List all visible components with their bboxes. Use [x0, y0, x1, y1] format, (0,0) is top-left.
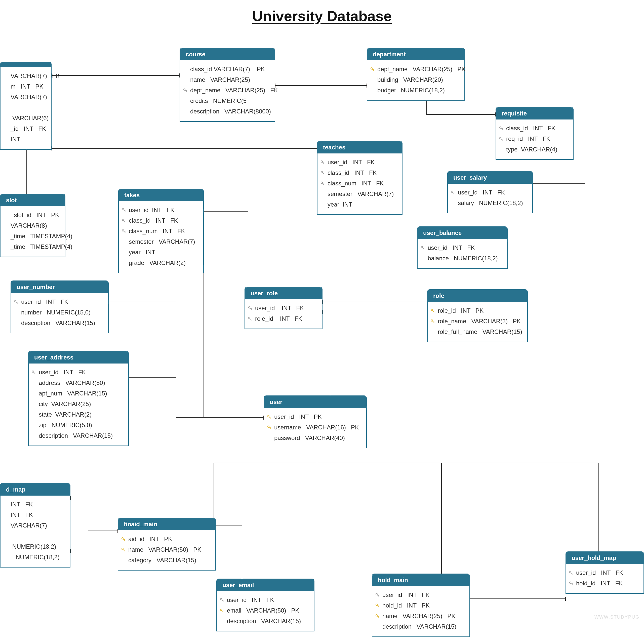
entity-requisite[interactable]: requisiteclass_id INT FKreq_id INT FKtyp… [496, 107, 574, 160]
entity-header: requisite [496, 107, 573, 119]
entity-body: INT FKINT FKVARCHAR(7) NUMERIC(18,2) NUM… [1, 496, 70, 567]
column-row: semester VARCHAR(7) [328, 189, 397, 199]
column-row: req_id INT FK [506, 134, 568, 144]
column-row: city VARCHAR(25) [39, 399, 123, 409]
entity-user_email[interactable]: user_emailuser_id INT FKemail VARCHAR(50… [216, 579, 314, 631]
svg-line-111 [223, 611, 223, 612]
column-row: VARCHAR(7) [11, 520, 65, 531]
column-row: _id INT FK [11, 124, 46, 134]
relationship-connector [426, 99, 496, 114]
column-row: description VARCHAR(15) [39, 430, 123, 441]
column-row: salary NUMERIC(18,2) [458, 198, 527, 208]
foreign-key-icon [569, 571, 573, 575]
entity-user_role[interactable]: user_roleuser_id INT FKrole_id INT FK [245, 287, 323, 329]
svg-point-91 [32, 371, 34, 372]
entity-teaches[interactable]: teachesuser_id INT FKclass_id INT FKclas… [317, 141, 403, 215]
column-row [11, 102, 46, 113]
svg-line-69 [125, 221, 125, 222]
entity-takes[interactable]: takesuser_id INT FKclass_id INT FKclass_… [118, 189, 204, 273]
entity-user_hold_map[interactable]: user_hold_mapuser_id INT FKhold_id INT F… [566, 551, 644, 594]
svg-point-85 [431, 309, 433, 311]
column-row: NUMERIC(18,2) [11, 552, 65, 562]
entity-user_address[interactable]: user_addressuser_id INT FKaddress VARCHA… [28, 351, 129, 446]
entity-finaid_main[interactable]: finaid_mainaid_id INT PKname VARCHAR(50)… [118, 518, 216, 571]
entity-header: user [264, 396, 366, 408]
svg-point-88 [431, 320, 433, 321]
foreign-key-icon [122, 208, 126, 212]
column-row: aid_id INT PK [128, 534, 210, 544]
watermark: WWW.STUDYPUG [594, 615, 639, 620]
entity-user_balance[interactable]: user_balanceuser_id INT FKbalance NUMERI… [417, 226, 508, 269]
svg-line-105 [124, 550, 125, 551]
relationship-connector [323, 312, 367, 408]
foreign-key-icon [248, 317, 252, 321]
column-row: VARCHAR(8) [11, 220, 60, 231]
foreign-key-icon [220, 598, 224, 602]
entity-hold_main[interactable]: hold_mainuser_id INT FKhold_id INT PKnam… [372, 574, 470, 637]
entity-role[interactable]: rolerole_id INT PKrole_name VARCHAR(3) P… [427, 289, 528, 342]
entity-header: d_map [1, 484, 70, 496]
svg-line-84 [251, 319, 252, 320]
relationship-connector [70, 531, 118, 551]
column-row: description VARCHAR(15) [227, 616, 309, 626]
relationship-connector [214, 446, 317, 579]
relationship-connector [204, 211, 248, 287]
column-row: name VARCHAR(50) PK [128, 544, 210, 555]
entity-header [1, 62, 51, 67]
entity-section[interactable]: VARCHAR(7) FKm INT PKVARCHAR(7) VARCHAR(… [0, 62, 52, 150]
column-row: class_id VARCHAR(7) PK [190, 64, 270, 74]
column-row: VARCHAR(6) [11, 113, 46, 124]
foreign-key-icon [375, 593, 379, 597]
svg-line-99 [270, 428, 271, 428]
column-row: class_id INT FK [328, 168, 397, 178]
entity-body: user_id INT FKnumber NUMERIC(15,0)descri… [11, 293, 108, 333]
svg-point-82 [249, 317, 250, 319]
column-row: VARCHAR(7) [11, 92, 46, 102]
svg-line-75 [423, 248, 424, 249]
svg-line-51 [502, 139, 503, 140]
column-row: name VARCHAR(25) [190, 74, 270, 85]
relationship-connector [317, 463, 441, 574]
primary-key-icon [431, 319, 435, 323]
entity-d_map[interactable]: d_mapINT FKINT FKVARCHAR(7) NUMERIC(18,2… [0, 483, 70, 568]
svg-point-100 [122, 538, 123, 539]
entity-department[interactable]: departmentdept_name VARCHAR(25) PKbuildi… [367, 48, 465, 101]
entity-header: user_balance [418, 227, 507, 239]
entity-header: user_role [245, 287, 322, 299]
entity-body: user_id INT FKclass_id INT FKclass_num I… [119, 201, 203, 273]
svg-point-52 [321, 161, 323, 162]
svg-point-103 [122, 548, 123, 550]
svg-line-120 [378, 616, 379, 617]
svg-point-97 [268, 426, 269, 427]
svg-line-66 [125, 210, 125, 211]
column-row: role_name VARCHAR(3) PK [438, 316, 522, 327]
svg-point-61 [451, 191, 453, 192]
column-row: year INT [129, 247, 198, 258]
column-row: building VARCHAR(20) [377, 74, 459, 85]
column-row: password VARCHAR(40) [274, 433, 361, 443]
column-row: state VARCHAR(2) [39, 409, 123, 420]
entity-header: finaid_main [118, 518, 215, 530]
column-row: _time TIMESTAMP(4) [11, 241, 60, 252]
column-row: grade VARCHAR(2) [129, 258, 198, 268]
column-row: username VARCHAR(16) PK [274, 422, 361, 433]
entity-header: user_address [29, 351, 128, 364]
column-row: INT FK [11, 510, 65, 520]
entity-user_number[interactable]: user_numberuser_id INT FKnumber NUMERIC(… [11, 280, 109, 333]
svg-line-123 [572, 573, 573, 574]
column-row: INT FK [11, 499, 65, 510]
entity-body: user_id INT FKaddress VARCHAR(80)apt_num… [29, 364, 128, 446]
entity-body: user_id INT PKusername VARCHAR(16) PKpas… [264, 408, 366, 448]
svg-point-58 [321, 182, 323, 183]
column-row: _slot_id INT PK [11, 210, 60, 220]
entity-body: VARCHAR(7) FKm INT PKVARCHAR(7) VARCHAR(… [1, 67, 51, 149]
entity-course[interactable]: courseclass_id VARCHAR(7) PKname VARCHAR… [180, 48, 275, 122]
foreign-key-icon [183, 88, 187, 92]
entity-user[interactable]: useruser_id INT PKusername VARCHAR(16) P… [264, 395, 367, 448]
entity-slot[interactable]: slot_slot_id INT PKVARCHAR(8)_time TIMES… [0, 194, 65, 257]
column-row: m INT PK [11, 81, 46, 92]
entity-user_salary[interactable]: user_salaryuser_id INT FKsalary NUMERIC(… [447, 171, 533, 213]
primary-key-icon [267, 415, 271, 419]
entity-body: class_id VARCHAR(7) PKname VARCHAR(25)de… [180, 60, 275, 121]
entity-body: aid_id INT PKname VARCHAR(50) PKcategory… [118, 530, 215, 570]
